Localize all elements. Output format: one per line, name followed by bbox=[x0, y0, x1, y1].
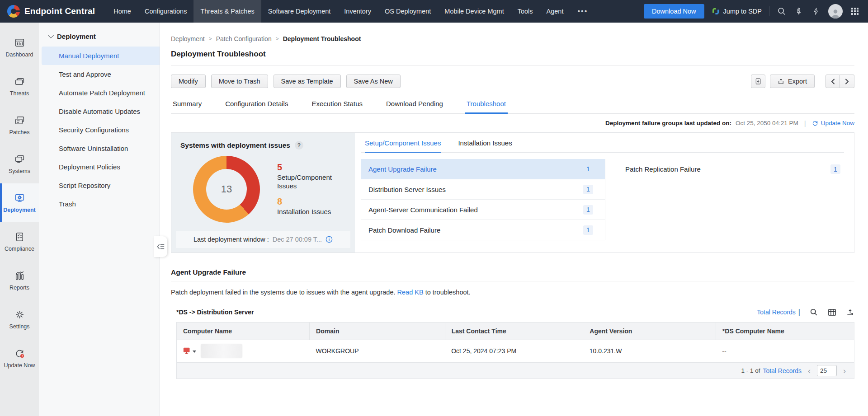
table-search-icon[interactable] bbox=[809, 308, 818, 317]
rail-item-settings[interactable]: Settings bbox=[0, 300, 39, 339]
deployment-issues-donut[interactable]: 13 bbox=[193, 156, 260, 223]
nav-item-configurations[interactable]: Configurations bbox=[138, 0, 194, 23]
apps-grid-icon[interactable] bbox=[850, 6, 860, 16]
failure-detail-heading: Agent Upgrade Failure bbox=[171, 268, 854, 276]
sidebar-item-automate-patch-deployment[interactable]: Automate Patch Deployment bbox=[42, 84, 160, 102]
tab-troubleshoot[interactable]: Troubleshoot bbox=[465, 100, 508, 113]
rail-label: Compliance bbox=[5, 246, 34, 252]
config-tabs: Summary Configuration Details Execution … bbox=[171, 100, 854, 114]
agent-version-cell: 10.0.231.W bbox=[583, 340, 716, 362]
issue-group-agent-upgrade-failure[interactable]: Agent Upgrade Failure 1 bbox=[361, 159, 605, 179]
sidebar-item-manual-deployment[interactable]: Manual Deployment bbox=[42, 47, 160, 65]
rail-label: Update Now bbox=[4, 362, 35, 369]
legend-setup-component[interactable]: 5 Setup/Component Issues bbox=[277, 162, 349, 191]
brand[interactable]: Endpoint Central bbox=[0, 0, 107, 23]
column-last-contact-time[interactable]: Last Contact Time bbox=[445, 323, 583, 340]
issue-group-agent-server-communication-failed[interactable]: Agent-Server Communication Failed 1 bbox=[361, 200, 605, 220]
rail-item-threats[interactable]: Threats bbox=[0, 67, 39, 106]
rail-item-reports[interactable]: Reports bbox=[0, 261, 39, 300]
modify-button[interactable]: Modify bbox=[171, 75, 206, 88]
user-avatar[interactable] bbox=[828, 4, 843, 19]
sidebar-collapse-handle[interactable] bbox=[154, 236, 167, 257]
row-actions-caret-icon[interactable] bbox=[193, 351, 196, 353]
window-label: Last deployment window : bbox=[193, 236, 269, 243]
tab-setup-component-issues[interactable]: Setup/Component Issues bbox=[365, 139, 441, 152]
export-button[interactable]: Export bbox=[770, 75, 815, 88]
rail-item-systems[interactable]: Systems bbox=[0, 145, 39, 183]
more-menu-icon[interactable]: ••• bbox=[570, 0, 595, 23]
issue-group-patch-download-failure[interactable]: Patch Download Failure 1 bbox=[361, 220, 605, 240]
save-as-template-button[interactable]: Save as Template bbox=[274, 75, 341, 88]
rail-item-dashboard[interactable]: Dashboard bbox=[0, 28, 39, 67]
search-icon[interactable] bbox=[777, 6, 787, 16]
sidebar-item-security-configurations[interactable]: Security Configurations bbox=[42, 121, 160, 139]
column-ds-computer-name[interactable]: *DS Computer Name bbox=[716, 323, 854, 340]
tab-execution-status[interactable]: Execution Status bbox=[310, 100, 364, 113]
reports-icon bbox=[14, 270, 25, 281]
sidebar-item-disable-automatic-updates[interactable]: Disable Automatic Updates bbox=[42, 102, 160, 121]
help-icon[interactable]: ? bbox=[295, 141, 303, 150]
issue-group-column-left: Agent Upgrade Failure 1 Distribution Ser… bbox=[361, 159, 605, 240]
main-menu: Home Configurations Threats & Patches So… bbox=[107, 0, 595, 23]
settings-gear-icon bbox=[14, 309, 25, 320]
sidebar-section-deployment[interactable]: Deployment bbox=[39, 33, 160, 47]
nav-item-threats-patches[interactable]: Threats & Patches bbox=[193, 0, 261, 23]
nav-item-mobile-device-mgmt[interactable]: Mobile Device Mgmt bbox=[438, 0, 510, 23]
tab-summary[interactable]: Summary bbox=[171, 100, 203, 113]
computer-name-cell[interactable] bbox=[183, 344, 303, 358]
total-records-link[interactable]: Total Records bbox=[757, 308, 796, 316]
quick-actions-bolt-icon[interactable] bbox=[811, 6, 821, 16]
rail-item-patches[interactable]: Patches bbox=[0, 106, 39, 145]
rail-item-update-now[interactable]: Update Now bbox=[0, 339, 39, 378]
sidebar-item-trash[interactable]: Trash bbox=[42, 195, 160, 213]
sidebar-item-deployment-policies[interactable]: Deployment Policies bbox=[42, 158, 160, 176]
next-page-button[interactable]: › bbox=[841, 367, 848, 375]
total-records-footer-link[interactable]: Total Records bbox=[763, 367, 802, 374]
download-now-button[interactable]: Download Now bbox=[644, 4, 704, 19]
page-size-input[interactable] bbox=[817, 365, 837, 376]
nav-item-inventory[interactable]: Inventory bbox=[337, 0, 378, 23]
issue-group-distribution-server-issues[interactable]: Distribution Server Issues 1 bbox=[361, 179, 605, 200]
rail-item-compliance[interactable]: Compliance bbox=[0, 222, 39, 261]
whats-new-rocket-icon[interactable] bbox=[794, 6, 804, 16]
tab-installation-issues[interactable]: Installation Issues bbox=[458, 139, 512, 152]
info-icon[interactable] bbox=[326, 236, 333, 243]
group-count: 1 bbox=[830, 164, 840, 174]
breadcrumb-patch-configuration[interactable]: Patch Configuration bbox=[216, 35, 272, 42]
issue-group-patch-replication-failure[interactable]: Patch Replication Failure 1 bbox=[618, 159, 844, 179]
config-pager bbox=[826, 75, 854, 88]
jump-to-sdp-link[interactable]: Jump to SDP bbox=[712, 7, 762, 15]
move-to-trash-button[interactable]: Move to Trash bbox=[211, 75, 268, 88]
sidebar-item-software-uninstallation[interactable]: Software Uninstallation bbox=[42, 139, 160, 158]
save-as-new-button[interactable]: Save As New bbox=[346, 75, 401, 88]
previous-config-button[interactable] bbox=[826, 75, 840, 88]
rail-label: Systems bbox=[9, 168, 30, 174]
column-computer-name[interactable]: Computer Name bbox=[177, 323, 310, 340]
table-pagination: 1 - 1 of Total Records ‹ › bbox=[177, 362, 854, 379]
export-pdf-icon-button[interactable] bbox=[751, 75, 765, 88]
window-value: Dec 27 00:09 T... bbox=[273, 236, 322, 243]
nav-item-home[interactable]: Home bbox=[107, 0, 138, 23]
read-kb-link[interactable]: Read KB bbox=[397, 289, 424, 296]
nav-item-agent[interactable]: Agent bbox=[540, 0, 571, 23]
table-row[interactable]: WORKGROUP Oct 25, 2024 07:23 PM 10.0.231… bbox=[177, 340, 854, 362]
legend-installation[interactable]: 8 Installation Issues bbox=[277, 196, 349, 216]
nav-item-tools[interactable]: Tools bbox=[511, 0, 540, 23]
update-now-link[interactable]: Update Now bbox=[812, 120, 854, 126]
nav-item-software-deployment[interactable]: Software Deployment bbox=[261, 0, 338, 23]
sidebar-item-test-and-approve[interactable]: Test and Approve bbox=[42, 65, 160, 84]
tab-download-pending[interactable]: Download Pending bbox=[384, 100, 445, 113]
breadcrumb-deployment[interactable]: Deployment bbox=[171, 35, 205, 42]
next-config-button[interactable] bbox=[840, 75, 854, 88]
sidebar-item-script-repository[interactable]: Script Repository bbox=[42, 176, 160, 195]
previous-page-button[interactable]: ‹ bbox=[806, 367, 812, 375]
column-domain[interactable]: Domain bbox=[310, 323, 445, 340]
update-refresh-icon bbox=[14, 348, 25, 359]
nav-item-os-deployment[interactable]: OS Deployment bbox=[378, 0, 438, 23]
column-agent-version[interactable]: Agent Version bbox=[583, 323, 716, 340]
rail-item-deployment[interactable]: Deployment bbox=[0, 183, 39, 222]
action-toolbar: Modify Move to Trash Save as Template Sa… bbox=[171, 75, 854, 88]
tab-configuration-details[interactable]: Configuration Details bbox=[223, 100, 290, 113]
column-chooser-icon[interactable] bbox=[827, 308, 836, 317]
table-export-icon[interactable] bbox=[845, 308, 854, 317]
